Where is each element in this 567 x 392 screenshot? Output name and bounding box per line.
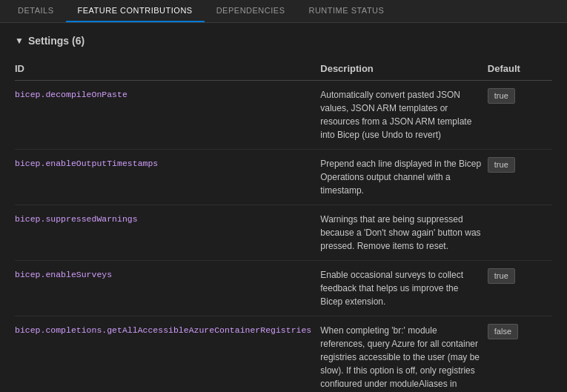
- table-row: bicep.enableSurveysEnable occasional sur…: [15, 261, 552, 316]
- row-description: When completing 'br:' module references,…: [320, 316, 488, 388]
- chevron-icon: ▼: [15, 36, 24, 46]
- table-row: bicep.decompileOnPasteAutomatically conv…: [15, 81, 552, 150]
- table-row: bicep.suppressedWarningsWarnings that ar…: [15, 205, 552, 261]
- feature-table: ID Description Default bicep.decompileOn…: [15, 59, 552, 387]
- row-description: Prepend each line displayed in the Bicep…: [320, 150, 488, 205]
- tab-dependencies[interactable]: DEPENDENCIES: [205, 0, 297, 22]
- row-description: Automatically convert pasted JSON values…: [320, 81, 488, 150]
- default-badge: true: [488, 88, 515, 104]
- tab-runtime-status[interactable]: RUNTIME STATUS: [296, 0, 396, 22]
- default-badge: false: [488, 324, 518, 339]
- content-area: ▼ Settings (6) ID Description Default bi…: [0, 23, 567, 387]
- table-row: bicep.enableOutputTimestampsPrepend each…: [15, 150, 552, 205]
- tab-bar: DETAILSFEATURE CONTRIBUTIONSDEPENDENCIES…: [0, 0, 567, 23]
- section-header: ▼ Settings (6): [15, 35, 552, 47]
- row-default: true: [488, 150, 552, 205]
- row-id: bicep.enableSurveys: [15, 261, 320, 316]
- row-default: true: [488, 261, 552, 316]
- tab-details[interactable]: DETAILS: [6, 0, 66, 22]
- section-title: Settings (6): [28, 35, 84, 47]
- row-default: false: [488, 316, 552, 388]
- col-header-description: Description: [320, 59, 488, 81]
- row-description: Enable occasional surveys to collect fee…: [320, 261, 488, 316]
- table-row: bicep.completions.getAllAccessibleAzureC…: [15, 316, 552, 388]
- default-badge: true: [488, 157, 515, 173]
- row-id: bicep.enableOutputTimestamps: [15, 150, 320, 205]
- tab-feature-contributions[interactable]: FEATURE CONTRIBUTIONS: [66, 0, 205, 22]
- row-default: true: [488, 81, 552, 150]
- row-id: bicep.decompileOnPaste: [15, 81, 320, 150]
- col-header-id: ID: [15, 59, 320, 81]
- row-id: bicep.suppressedWarnings: [15, 205, 320, 261]
- row-default: [488, 205, 552, 261]
- row-id: bicep.completions.getAllAccessibleAzureC…: [15, 316, 320, 388]
- row-description: Warnings that are being suppressed becau…: [320, 205, 488, 261]
- default-badge: true: [488, 268, 515, 284]
- col-header-default: Default: [488, 59, 552, 81]
